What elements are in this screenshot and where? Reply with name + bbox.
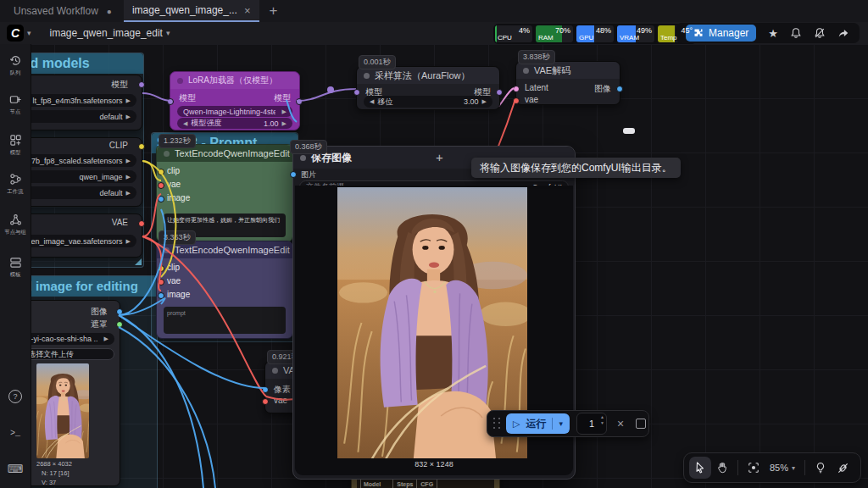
output-slot-model[interactable]: 模型: [111, 79, 128, 91]
comfyui-logo[interactable]: C: [7, 25, 24, 42]
model-input-dot[interactable]: [167, 98, 174, 105]
input-slot-vae[interactable]: vae: [274, 396, 287, 405]
output-slot-image[interactable]: 图像: [594, 83, 611, 95]
combo-arrow-icon[interactable]: ▶: [282, 108, 287, 115]
bell-slash-icon[interactable]: [814, 27, 826, 39]
widget-weight-dtype[interactable]: default▶: [21, 110, 136, 123]
decrement-icon[interactable]: ◀: [370, 98, 374, 105]
step-down-icon[interactable]: ▼: [600, 420, 604, 426]
model-output-dot[interactable]: [138, 81, 145, 88]
sidebar-item-nodes[interactable]: 节点: [0, 93, 31, 116]
sidebar-item-queue[interactable]: 队列: [0, 54, 31, 77]
latent-input-dot[interactable]: [513, 86, 520, 92]
input-slot-clip[interactable]: clip: [167, 166, 180, 175]
increment-icon[interactable]: ▶: [282, 120, 287, 127]
image-input-dot[interactable]: [158, 292, 164, 299]
model-output-dot[interactable]: [296, 98, 303, 105]
vae-output-dot[interactable]: [138, 220, 145, 227]
upload-button[interactable]: 选择文件上传: [21, 348, 114, 360]
output-slot-image[interactable]: 图像: [91, 306, 108, 318]
canvas-toolbar[interactable]: 85% ▾: [683, 452, 861, 483]
input-image-thumbnail[interactable]: [36, 363, 89, 458]
step-up-icon[interactable]: ▲: [600, 414, 604, 420]
fit-view-button[interactable]: [743, 457, 765, 479]
group-load-models-header[interactable]: Load models: [18, 53, 143, 74]
combo-arrow-icon[interactable]: ▶: [104, 336, 108, 342]
sidebar-item-templates[interactable]: 模板: [0, 256, 31, 279]
stop-icon[interactable]: [636, 419, 646, 429]
input-slot-vae[interactable]: vae: [167, 180, 181, 189]
vae-input-dot[interactable]: [262, 398, 269, 405]
output-slot-model[interactable]: 模型: [274, 92, 291, 104]
prompt-textarea[interactable]: prompt: [164, 307, 286, 334]
input-slot-vae[interactable]: vae: [167, 276, 181, 286]
run-button[interactable]: ▷ 运行 ▾: [506, 413, 570, 434]
tab-unsaved-workflow[interactable]: Unsaved Workflow: [14, 5, 98, 17]
share-icon[interactable]: [837, 27, 849, 39]
clip-output-dot[interactable]: [138, 143, 145, 150]
model-output-dot[interactable]: [496, 89, 503, 96]
cancel-run-icon[interactable]: ×: [617, 417, 624, 430]
decrement-icon[interactable]: ◀: [183, 120, 187, 127]
image-input-dot[interactable]: [290, 171, 297, 178]
widget-lora-name[interactable]: Qwen-Image-Lightning-4steps-V ...▶: [177, 106, 292, 117]
new-tab-button[interactable]: +: [270, 3, 278, 19]
sidebar-item-models[interactable]: 模型: [0, 134, 31, 157]
combo-arrow-icon[interactable]: ▶: [126, 238, 131, 245]
sidebar-item-workflows[interactable]: 工作流: [0, 173, 31, 196]
chevron-down-icon[interactable]: ▾: [27, 29, 31, 37]
node-canvas[interactable]: Load models Load image for editing Step …: [0, 44, 868, 488]
input-slot-vae[interactable]: vae: [525, 95, 538, 104]
sidebar-item-shortcuts[interactable]: ⌨: [0, 463, 31, 475]
widget-shift[interactable]: ◀ 移位 3.00 ▶: [364, 96, 492, 108]
widget-clip-device[interactable]: default▶: [21, 186, 136, 199]
image-output-dot[interactable]: [116, 308, 123, 315]
chevron-down-icon[interactable]: ▾: [166, 29, 170, 37]
input-slot-image[interactable]: 图片: [301, 169, 316, 180]
sidebar-item-nodes-groups[interactable]: 节点与组: [0, 214, 31, 236]
star-icon[interactable]: ★: [768, 28, 778, 39]
add-icon[interactable]: +: [436, 150, 443, 164]
output-slot-vae[interactable]: VAE: [112, 218, 128, 227]
toggle-minimap-button[interactable]: [810, 457, 832, 479]
node-vae-decode[interactable]: 3.838秒 VAE解码 Latent vae 图像: [515, 61, 620, 105]
input-slot-model[interactable]: 模型: [179, 92, 196, 104]
select-tool-button[interactable]: [689, 457, 711, 479]
chevron-down-icon[interactable]: ▾: [559, 419, 563, 428]
widget-clip-type[interactable]: qwen_image▶: [21, 170, 136, 183]
node-text-encode-negative[interactable]: 3.363秒 TextEncodeQwenImageEdit clip vae …: [156, 241, 293, 339]
image-input-dot[interactable]: [158, 196, 164, 202]
pan-tool-button[interactable]: [711, 457, 733, 479]
manager-button[interactable]: Manager: [686, 25, 756, 42]
increment-icon[interactable]: ▶: [482, 98, 487, 105]
clip-input-dot[interactable]: [158, 265, 164, 272]
input-slot-pixels[interactable]: 像素: [274, 384, 291, 396]
widget-unet-name[interactable]: lt_fp8_e4m3fn.safetensors▶: [21, 94, 136, 107]
vae-input-dot[interactable]: [513, 97, 520, 104]
node-vae-loader[interactable]: VAE en_image_vae.safetensors▶: [15, 214, 142, 258]
node-clip-loader[interactable]: CLIP 7b_fp8_scaled.safetensors▶ qwen_ima…: [15, 137, 142, 207]
sidebar-item-terminal[interactable]: >_: [0, 429, 31, 438]
combo-arrow-icon[interactable]: ▶: [126, 158, 131, 164]
close-tab-icon[interactable]: ×: [244, 4, 251, 17]
output-slot-mask[interactable]: 遮罩: [91, 319, 108, 330]
reroute-dot[interactable]: [327, 86, 334, 93]
combo-arrow-icon[interactable]: ▶: [126, 97, 131, 104]
tab-active-workflow[interactable]: image_qwen_image_... ×: [124, 0, 259, 22]
image-output-dot[interactable]: [616, 86, 623, 92]
model-input-dot[interactable]: [353, 89, 360, 96]
node-lora-loader[interactable]: LoRA加载器（仅模型） 模型 模型 Qwen-Image-Lightning-…: [170, 71, 300, 130]
vae-input-dot[interactable]: [158, 279, 164, 286]
bell-icon[interactable]: [790, 27, 802, 39]
collapsed-link-stub[interactable]: [623, 128, 635, 134]
run-control-bar[interactable]: ▷ 运行 ▾ 1 ▲▼ ×: [487, 410, 649, 437]
batch-count-stepper[interactable]: 1 ▲▼: [576, 413, 607, 435]
image-input-dot[interactable]: [262, 386, 269, 393]
combo-arrow-icon[interactable]: ▶: [126, 190, 131, 197]
output-slot-clip[interactable]: CLIP: [109, 141, 128, 150]
group-resize-handle[interactable]: [135, 258, 142, 265]
combo-arrow-icon[interactable]: ▶: [126, 114, 131, 120]
mask-output-dot[interactable]: [116, 321, 123, 328]
input-slot-clip[interactable]: clip: [167, 263, 180, 272]
clip-input-dot[interactable]: [158, 169, 164, 175]
